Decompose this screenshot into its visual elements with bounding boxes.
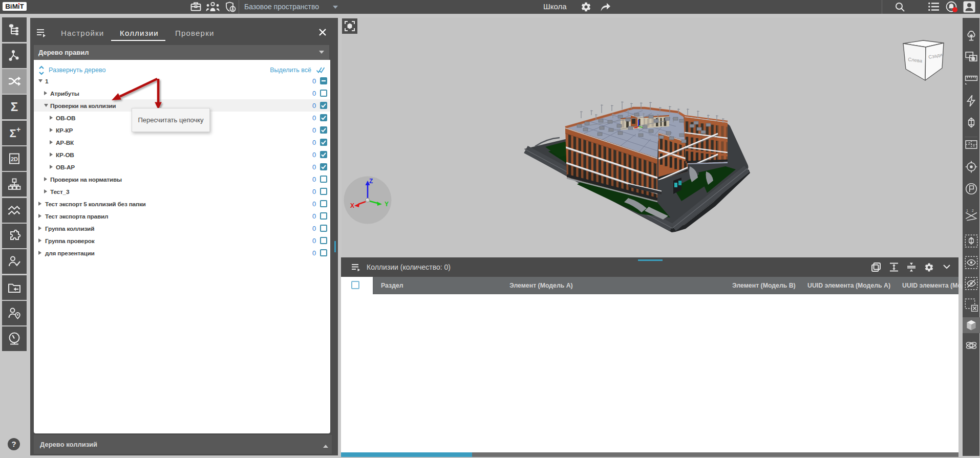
svg-text:2D: 2D (11, 156, 18, 162)
svg-text:1: 1 (966, 209, 968, 212)
svg-text:Σ: Σ (9, 127, 16, 140)
svg-text:Z: Z (369, 178, 373, 185)
svg-text:X: X (350, 202, 354, 209)
svg-text:2: 2 (972, 209, 974, 212)
svg-text:Y: Y (385, 201, 389, 208)
svg-text:Σ: Σ (11, 100, 18, 114)
svg-text:+: + (16, 126, 20, 134)
